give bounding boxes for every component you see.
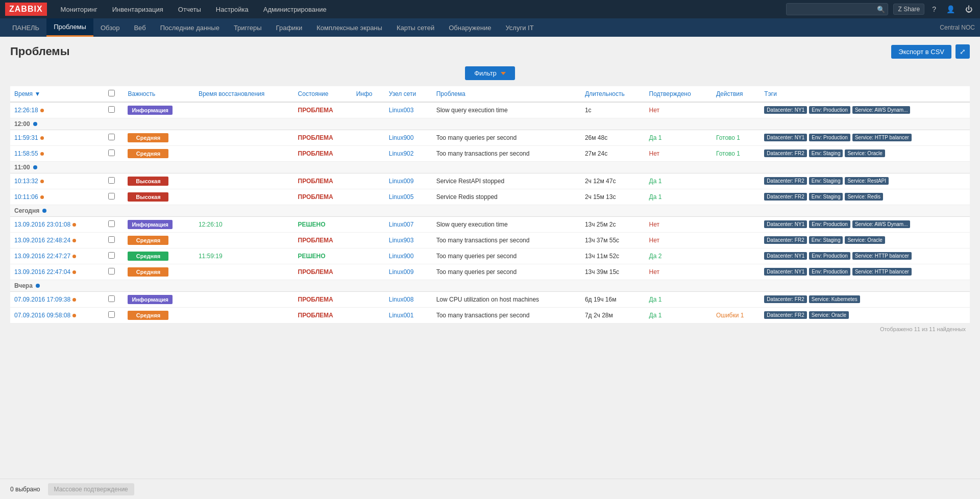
problem-link[interactable]: Too many queries per second (436, 268, 517, 276)
row-checkbox[interactable] (108, 177, 115, 184)
action-label[interactable]: Ошибки 1 (716, 312, 744, 319)
problem-link[interactable]: Too many transactions per second (436, 312, 530, 319)
nav-reports[interactable]: Отчеты (172, 3, 207, 16)
action-label[interactable]: Готово 1 (716, 134, 740, 141)
host-link[interactable]: Linux900 (389, 253, 414, 260)
problem-link[interactable]: Too many queries per second (436, 134, 517, 141)
tag[interactable]: Service: AWS Dynam... (852, 220, 911, 228)
tag[interactable]: Datacenter: FR2 (764, 311, 806, 319)
row-checkbox[interactable] (108, 252, 115, 259)
subnav-maps[interactable]: Карты сетей (389, 18, 442, 37)
tag[interactable]: Env: Staging (809, 193, 843, 201)
time-link[interactable]: 11:59:31 (14, 134, 38, 141)
nav-admin[interactable]: Администрирование (257, 3, 333, 16)
tag[interactable]: Service: Redis (845, 193, 883, 201)
time-link[interactable]: 11:58:55 (14, 150, 38, 157)
tag[interactable]: Datacenter: NY1 (764, 220, 807, 228)
tag[interactable]: Datacenter: NY1 (764, 134, 807, 141)
time-link[interactable]: 13.09.2016 22:47:27 (14, 253, 70, 260)
subnav-overview[interactable]: Обзор (93, 18, 127, 37)
tag[interactable]: Service: HTTP balancer (852, 252, 912, 260)
tag[interactable]: Service: Oracle (809, 311, 849, 319)
tag[interactable]: Datacenter: FR2 (764, 149, 806, 157)
tag[interactable]: Service: HTTP balancer (852, 134, 912, 141)
select-all-checkbox[interactable] (108, 90, 115, 96)
subnav-latest[interactable]: Последние данные (153, 18, 227, 37)
subnav-screens[interactable]: Комплексные экраны (309, 18, 389, 37)
row-checkbox[interactable] (108, 149, 115, 156)
time-link[interactable]: 12:26:18 (14, 107, 38, 114)
logo[interactable]: ZABBIX (5, 3, 47, 16)
time-link[interactable]: 10:13:32 (14, 178, 38, 185)
fullscreen-button[interactable]: ⤢ (955, 44, 970, 59)
tag[interactable]: Datacenter: FR2 (764, 236, 806, 244)
host-link[interactable]: Linux902 (389, 150, 414, 157)
host-link[interactable]: Linux007 (389, 221, 414, 228)
time-link[interactable]: 13.09.2016 22:47:04 (14, 268, 70, 276)
tag[interactable]: Datacenter: NY1 (764, 252, 807, 260)
time-link[interactable]: 10:11:06 (14, 193, 38, 201)
host-link[interactable]: Linux900 (389, 134, 414, 141)
host-link[interactable]: Linux008 (389, 296, 414, 303)
tag[interactable]: Service: HTTP balancer (852, 268, 912, 276)
share-button[interactable]: Z Share (893, 4, 924, 15)
tag[interactable]: Datacenter: FR2 (764, 177, 806, 185)
problem-link[interactable]: Service Redis stopped (436, 193, 498, 201)
action-label[interactable]: Готово 1 (716, 150, 740, 157)
subnav-it-services[interactable]: Услуги IT (498, 18, 541, 37)
power-icon[interactable]: ⏻ (963, 4, 975, 14)
tag[interactable]: Datacenter: FR2 (764, 193, 806, 201)
tag[interactable]: Service: RestAPI (845, 177, 889, 185)
tag[interactable]: Env: Production (809, 106, 850, 114)
subnav-discovery[interactable]: Обнаружение (442, 18, 498, 37)
time-link[interactable]: 13.09.2016 22:48:24 (14, 237, 70, 244)
problem-link[interactable]: Too many queries per second (436, 253, 517, 260)
problem-link[interactable]: Service RestAPI stopped (436, 178, 504, 185)
problem-link[interactable]: Too many transactions per second (436, 237, 530, 244)
row-checkbox[interactable] (108, 268, 115, 275)
help-icon[interactable]: ? (929, 4, 939, 14)
tag[interactable]: Env: Production (809, 220, 850, 228)
subnav-triggers[interactable]: Триггеры (227, 18, 269, 37)
host-link[interactable]: Linux003 (389, 107, 414, 114)
time-link[interactable]: 07.09.2016 17:09:38 (14, 296, 70, 303)
filter-button[interactable]: Фильтр (465, 66, 515, 80)
problem-link[interactable]: Too many transactions per second (436, 150, 530, 157)
row-checkbox[interactable] (108, 295, 115, 302)
tag[interactable]: Datacenter: NY1 (764, 106, 807, 114)
row-checkbox[interactable] (108, 220, 115, 227)
time-link[interactable]: 13.09.2016 23:01:08 (14, 221, 70, 228)
tag[interactable]: Datacenter: NY1 (764, 268, 807, 276)
subnav-graphs[interactable]: Графики (269, 18, 310, 37)
host-link[interactable]: Linux001 (389, 312, 414, 319)
host-link[interactable]: Linux903 (389, 237, 414, 244)
user-icon[interactable]: 👤 (944, 4, 958, 14)
problem-link[interactable]: Slow query execution time (436, 107, 508, 114)
subnav-web[interactable]: Веб (127, 18, 153, 37)
problem-link[interactable]: Slow query execution time (436, 221, 508, 228)
tag[interactable]: Env: Production (809, 134, 850, 141)
row-checkbox[interactable] (108, 106, 115, 113)
row-checkbox[interactable] (108, 193, 115, 199)
tag[interactable]: Service: Oracle (845, 149, 885, 157)
problem-link[interactable]: Low CPU utilization on host machines (436, 296, 539, 303)
col-time[interactable]: Время ▼ (10, 86, 104, 102)
export-csv-button[interactable]: Экспорт в CSV (891, 45, 951, 59)
host-link[interactable]: Linux009 (389, 268, 414, 276)
tag[interactable]: Service: Kubernetes (809, 295, 860, 303)
tag[interactable]: Env: Production (809, 252, 850, 260)
host-link[interactable]: Linux009 (389, 178, 414, 185)
subnav-panel[interactable]: ПАНЕЛЬ (5, 18, 46, 37)
nav-settings[interactable]: Настройка (210, 3, 255, 16)
row-checkbox[interactable] (108, 311, 115, 318)
tag[interactable]: Datacenter: FR2 (764, 295, 806, 303)
time-link[interactable]: 07.09.2016 09:58:08 (14, 312, 70, 319)
nav-inventory[interactable]: Инвентаризация (106, 3, 169, 16)
tag[interactable]: Env: Staging (809, 149, 843, 157)
subnav-problems[interactable]: Проблемы (46, 18, 93, 37)
tag[interactable]: Service: Oracle (845, 236, 885, 244)
host-link[interactable]: Linux005 (389, 193, 414, 201)
search-icon[interactable]: 🔍 (877, 6, 885, 13)
tag[interactable]: Env: Production (809, 268, 850, 276)
tag[interactable]: Service: AWS Dynam... (852, 106, 911, 114)
